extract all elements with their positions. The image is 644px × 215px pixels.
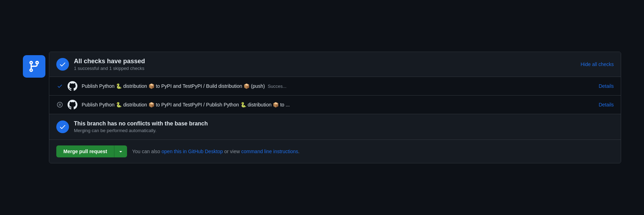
- github-logo-icon-2: [68, 100, 77, 110]
- branch-check-icon: [56, 120, 69, 133]
- github-logo-icon: [68, 81, 77, 91]
- command-line-instructions-link[interactable]: command line instructions: [241, 149, 298, 154]
- check-1-text: Publish Python 🐍 distribution 📦 to PyPI …: [82, 83, 265, 89]
- merge-dropdown-button[interactable]: [114, 145, 127, 157]
- all-checks-passed-icon: [56, 58, 69, 71]
- merge-info-text: You can also open this in GitHub Desktop…: [132, 149, 299, 154]
- check-success-icon: [56, 83, 63, 90]
- merge-info-after: .: [298, 149, 299, 154]
- checks-title: All checks have passed: [74, 58, 145, 65]
- skip-svg: [57, 102, 63, 107]
- check-2-label: Publish Python 🐍 distribution 📦 to PyPI …: [82, 102, 594, 107]
- checks-summary-text: All checks have passed 1 successful and …: [74, 58, 145, 71]
- branch-checkmark-svg: [59, 123, 66, 130]
- check-svg: [57, 83, 63, 89]
- merge-info-before: You can also: [132, 149, 162, 154]
- branch-subtitle: Merging can be performed automatically.: [74, 128, 208, 133]
- branch-title: This branch has no conflicts with the ba…: [74, 120, 208, 127]
- branch-svg: [28, 60, 40, 73]
- open-github-desktop-link[interactable]: open this in GitHub Desktop: [162, 149, 223, 154]
- merge-button-group: Merge pull request: [56, 145, 127, 157]
- git-branch-icon: [23, 55, 45, 78]
- check-skipped-icon: [56, 101, 63, 108]
- check-1-details-link[interactable]: Details: [599, 83, 614, 89]
- merge-section: Merge pull request You can also open thi…: [49, 139, 621, 163]
- check-row: Publish Python 🐍 distribution 📦 to PyPI …: [49, 77, 621, 96]
- hide-all-checks-link[interactable]: Hide all checks: [581, 61, 614, 67]
- main-panel: All checks have passed 1 successful and …: [49, 52, 621, 163]
- check-1-label: Publish Python 🐍 distribution 📦 to PyPI …: [82, 83, 594, 89]
- branch-status-section: This branch has no conflicts with the ba…: [49, 114, 621, 139]
- check-row: Publish Python 🐍 distribution 📦 to PyPI …: [49, 96, 621, 114]
- branch-status-text: This branch has no conflicts with the ba…: [74, 120, 208, 133]
- checks-header: All checks have passed 1 successful and …: [49, 52, 621, 77]
- merge-info-middle: or view: [223, 149, 241, 154]
- merge-pull-request-button[interactable]: Merge pull request: [56, 145, 114, 157]
- chevron-down-icon: [118, 149, 124, 154]
- check-1-status-tag: Succes...: [268, 84, 286, 89]
- checks-list: Publish Python 🐍 distribution 📦 to PyPI …: [49, 77, 621, 114]
- checkmark-svg: [59, 61, 66, 68]
- header-left: All checks have passed 1 successful and …: [56, 58, 145, 71]
- checks-subtitle: 1 successful and 1 skipped checks: [74, 66, 145, 71]
- check-2-details-link[interactable]: Details: [599, 102, 614, 107]
